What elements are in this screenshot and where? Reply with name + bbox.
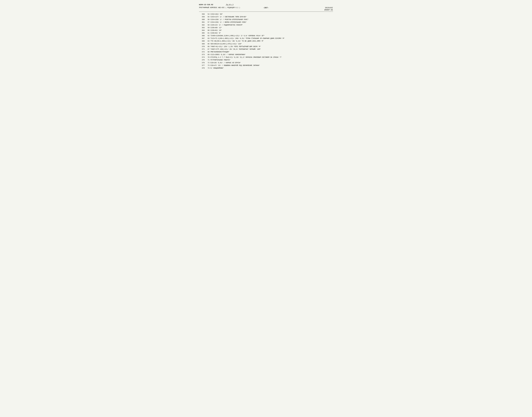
row-seq: 69: [205, 53, 210, 56]
table-row: 36359С156=80/ 12*: [199, 26, 333, 29]
row-seq: 63: [205, 37, 210, 40]
page-number: -397-: [263, 7, 269, 9]
table-row: 35955С153=137/ 2/ / СВЕТИЛЬНИК ТИПА БУН=…: [199, 16, 333, 18]
row-desc: Т4007=СТР.169(=13)/ 20/ 59,9/ ПОЛУБАРХАТ…: [210, 48, 333, 51]
row-seq: 64: [205, 40, 210, 42]
table-row: 37066Т4007=8(=13)/ 120/ 1,29/ РЕПС ПОРТЬ…: [199, 45, 333, 48]
doc-number: 3026492: [324, 7, 333, 9]
row-number: 368: [199, 40, 205, 42]
row-desc: С121=2095/ 0,18/ / КАРКАС КИНОЭКРАНА*: [210, 53, 333, 56]
row-desc: ЕТССРСЦ 4.2 Т.7 ПЬ9(=2)/ 0,18/ 31,2/ ОКР…: [210, 56, 333, 59]
table-row: 37470ЕТССРСЦ 4.2 Т.7 ПЬ9(=2)/ 0,18/ 31,2…: [199, 56, 333, 59]
program-line: ПРОГРАММНЫЙ КОМПЛЕКС АВС=3ЕС ( РЕДАКЦИЯ …: [199, 7, 240, 9]
row-desc: С154=156/ 1/ / ВИЛКА ШТЕПСЕЛЬНАЯ У95Б*: [210, 21, 333, 24]
table-row: 36763Т113=Т3.1(Н9=1,089)(=13)/ 100/ 0,31…: [199, 37, 333, 40]
row-seq: 56: [205, 18, 210, 21]
table-row: 36561С156=82/ 8*: [199, 32, 333, 34]
row-desc: Е10=47/ 15/ / ОБШИВКА ФАНЕРОЙ ПОД ОБРАМЛ…: [210, 64, 333, 67]
table-row: 37571РСТРОИТЕЛЬНЫЕ РАБОТЫ*: [199, 59, 333, 61]
row-number: 365: [199, 32, 205, 34]
row-seq: 73: [205, 64, 210, 67]
top-handwritten: Ли.16 с.3: [226, 4, 233, 6]
header-row: ПРОГРАММНЫЙ КОМПЛЕКС АВС=3ЕС ( РЕДАКЦИЯ …: [199, 7, 333, 11]
page-container: №264-12-318.92 Ли.16 с.3 ПРОГРАММНЫЙ КОМ…: [199, 4, 333, 70]
data-table: 35854С152=181/ 60*35955С153=137/ 2/ / СВ…: [199, 13, 333, 70]
row-desc: Е10=28/ 0,01/ / КАРКАС ИЗ БРУСА*: [210, 62, 333, 64]
table-row: 36460С156=81/ 10*: [199, 29, 333, 32]
row-desc: С154=150/ 1/ / РОЗЕТКА ШТЕПСЕЛЬНАЯ У94С*: [210, 18, 333, 21]
row-seq: 58: [205, 24, 210, 26]
row-desc: С152=181/ 60*: [210, 13, 333, 16]
table-row: 36662Т2405=11043НА.2(Н9=1,098)(=13)/ 2/ …: [199, 34, 333, 37]
row-number: 362: [199, 24, 205, 26]
row-number: 363: [199, 26, 205, 29]
row-seq: 65: [205, 43, 210, 45]
row-number: 376: [199, 62, 205, 64]
row-seq: 67: [205, 48, 210, 51]
row-seq: 61: [205, 32, 210, 34]
row-desc: РСТРОИТЕЛЬНЫЕ РАБОТЫ*: [210, 59, 333, 61]
row-number: 359: [199, 16, 205, 18]
row-seq: 72: [205, 62, 210, 64]
row-desc: С153=137/ 2/ / СВЕТИЛЬНИК ТИПА БУН=60*: [210, 16, 333, 18]
table-row: 36864ТТО НЕ(Н9=1,089)(=13)/ 30/ 0,24/ ТО…: [199, 40, 333, 42]
row-desc: С156=80/ 12*: [210, 26, 333, 29]
row-desc: С156=81/ 10*: [210, 29, 333, 32]
row-seq: 66: [205, 45, 210, 48]
row-number: 364: [199, 29, 205, 32]
row-number: 369: [199, 43, 205, 45]
top-left-ref: №264-12-318.92: [199, 4, 213, 6]
row-number: 375: [199, 59, 205, 61]
row-number: 371: [199, 48, 205, 51]
row-desc: С156=82/ 8*: [210, 32, 333, 34]
table-row: 35854С152=181/ 60*: [199, 13, 333, 16]
row-number: 372: [199, 51, 205, 53]
row-seq: 68: [205, 51, 210, 53]
table-row: 36056С154=150/ 1/ / РОЗЕТКА ШТЕПСЕЛЬНАЯ …: [199, 18, 333, 21]
row-number: 358: [199, 13, 205, 16]
row-seq: 57: [205, 21, 210, 24]
row-number: 366: [199, 34, 205, 37]
row-number: 378: [199, 67, 205, 70]
table-row: 37268РМЕТАЛЛОКОНСТРУКЦИИ*: [199, 51, 333, 53]
table-row: 37874К/ ЕВАДКИМОВА*: [199, 67, 333, 70]
row-number: 374: [199, 56, 205, 59]
table-row: 36157С154=156/ 1/ / ВИЛКА ШТЕПСЕЛЬНАЯ У9…: [199, 21, 333, 24]
row-desc: К/ ЕВАДКИМОВА*: [210, 67, 333, 70]
table-row: 37672Е10=28/ 0,01/ / КАРКАС ИЗ БРУСА*: [199, 62, 333, 64]
row-number: 360: [199, 18, 205, 21]
row-desc: ТТО НЕ(Н9=1,089)(=13)/ 30/ 0,24/ ТО ЖЕ Д…: [210, 40, 333, 42]
row-seq: 74: [205, 67, 210, 70]
row-desc: Т2405=11043НА.2(Н9=1,098)(=13)/ 2/ 6,8/ …: [210, 34, 333, 37]
row-seq: 62: [205, 34, 210, 37]
row-desc: РМЕТАЛЛОКОНСТРУКЦИИ*: [210, 51, 333, 53]
table-row: 37773Е10=47/ 15/ / ОБШИВКА ФАНЕРОЙ ПОД О…: [199, 64, 333, 67]
row-number: 370: [199, 45, 205, 48]
row-seq: 55: [205, 16, 210, 18]
row-seq: 71: [205, 59, 210, 61]
row-seq: 59: [205, 26, 210, 29]
row-number: 361: [199, 21, 205, 24]
table-row: 37167Т4007=СТР.169(=13)/ 20/ 59,9/ ПОЛУБ…: [199, 48, 333, 51]
row-seq: 60: [205, 29, 210, 32]
row-number: 373: [199, 53, 205, 56]
table-row: 36258С155=23/ 2/ / РАДИОРОЗЕТКА У86КСМ*: [199, 24, 333, 26]
header-divider: [199, 11, 333, 12]
row-seq: 54: [205, 13, 210, 16]
table-row: 37369С121=2095/ 0,18/ / КАРКАС КИНОЭКРАН…: [199, 53, 333, 56]
table-row: 36965503=80124=11(Н9=1,076)(=13)/ 120*: [199, 43, 333, 45]
row-desc: Т113=Т3.1(Н9=1,089)(=13)/ 100/ 0,31/ ТРУ…: [210, 37, 333, 40]
row-seq: 70: [205, 56, 210, 59]
row-desc: 503=80124=11(Н9=1,076)(=13)/ 120*: [210, 43, 333, 45]
row-desc: С155=23/ 2/ / РАДИОРОЗЕТКА У86КСМ*: [210, 24, 333, 26]
row-number: 377: [199, 64, 205, 67]
row-desc: Т4007=8(=13)/ 120/ 1,29/ РЕПС ПОРТЬЕРНЫЙ…: [210, 45, 333, 48]
sub-ref: 25447-21: [324, 9, 333, 11]
row-number: 367: [199, 37, 205, 40]
